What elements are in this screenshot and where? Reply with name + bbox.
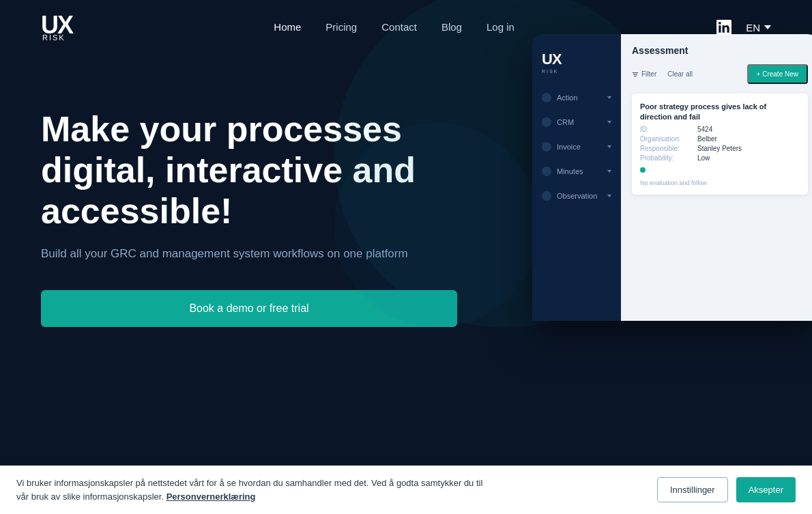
nav-right: EN <box>716 19 771 35</box>
nav-contact[interactable]: Contact <box>381 21 417 33</box>
filter-label: Filter <box>641 70 656 78</box>
mockup-nav-minutes[interactable]: Minutes <box>532 160 621 183</box>
mockup-nav-crm[interactable]: CRM <box>532 111 621 134</box>
observation-icon <box>542 191 551 201</box>
cta-button[interactable]: Book a demo or free trial <box>41 290 457 327</box>
invoice-chevron-icon <box>607 145 611 148</box>
mockup-detail-prob-row: Probability: Low <box>640 154 800 162</box>
mockup-detail-id-row: ID: 5424 <box>640 126 800 133</box>
language-label: EN <box>746 22 760 33</box>
nav-pricing-link[interactable]: Pricing <box>325 21 357 33</box>
mockup-org-value: Belber <box>697 135 717 143</box>
minutes-chevron-icon <box>607 170 611 173</box>
mockup-id-value: 5424 <box>697 126 712 133</box>
language-selector[interactable]: EN <box>746 22 771 33</box>
mockup-prob-label: Probability: <box>640 154 695 162</box>
mockup-nav-action[interactable]: Action <box>532 86 621 109</box>
hero-subtitle: Build all your GRC and management system… <box>41 245 491 263</box>
mockup-create-button[interactable]: + Create New <box>747 64 808 84</box>
mockup-clear-button[interactable]: Clear all <box>667 70 693 78</box>
nav-contact-link[interactable]: Contact <box>381 21 417 33</box>
cookie-buttons: Innstillinger Aksepter <box>657 477 796 502</box>
mockup-prob-value: Low <box>697 154 710 162</box>
mockup-id-label: ID: <box>640 126 695 133</box>
mockup-detail-resp-row: Responsible: Stanley Peters <box>640 145 800 152</box>
nav-pricing[interactable]: Pricing <box>325 21 357 33</box>
mockup-status-label: Open <box>648 167 665 174</box>
mockup-logo-risk: RISK <box>542 69 611 74</box>
mockup-nav-observation-label: Observation <box>557 192 597 200</box>
nav-blog[interactable]: Blog <box>441 21 462 33</box>
invoice-icon <box>542 142 551 152</box>
nav-links: Home Pricing Contact Blog Log in <box>274 21 514 33</box>
mockup-main-panel: Assessment Filter Clear all + Create New… <box>621 34 812 321</box>
mockup-nav-invoice[interactable]: Invoice <box>532 135 621 158</box>
cookie-settings-button[interactable]: Innstillinger <box>657 477 728 502</box>
svg-rect-2 <box>634 75 637 76</box>
action-icon <box>542 93 551 102</box>
status-dot-icon <box>640 167 646 173</box>
mockup-nav-crm-label: CRM <box>557 118 574 126</box>
mockup-detail-title: Poor strategy process gives lack of dire… <box>640 102 800 123</box>
chevron-down-icon <box>764 25 771 29</box>
nav-login-link[interactable]: Log in <box>487 21 514 33</box>
mockup-detail-org-row: Organisation: Belber <box>640 135 800 143</box>
mockup-nav-minutes-label: Minutes <box>557 167 583 175</box>
hero-title: Make your processes digital, interactive… <box>41 109 491 231</box>
mockup-nav-observation[interactable]: Observation <box>532 184 621 208</box>
observation-chevron-icon <box>607 195 611 197</box>
linkedin-icon[interactable] <box>716 19 732 35</box>
cookie-accept-button[interactable]: Aksepter <box>736 477 796 502</box>
cookie-text: Vi bruker informasjonskapsler på nettste… <box>16 476 494 503</box>
mockup-org-label: Organisation: <box>640 135 695 143</box>
mockup-filter-button[interactable]: Filter <box>632 70 656 78</box>
svg-rect-0 <box>633 72 639 72</box>
mockup-sidebar: UX RISK Action CRM Invoice <box>532 34 621 321</box>
logo[interactable]: UXRISK <box>41 13 72 42</box>
hero-content: Make your processes digital, interactive… <box>41 96 491 327</box>
hero-section: Make your processes digital, interactive… <box>0 55 812 459</box>
crm-icon <box>542 117 551 127</box>
minutes-icon <box>542 167 551 176</box>
svg-rect-1 <box>633 74 637 74</box>
mockup-nav-action-label: Action <box>557 94 578 102</box>
app-mockup: UX RISK Action CRM Invoice <box>532 34 812 321</box>
cookie-banner: Vi bruker informasjonskapsler på nettste… <box>0 466 812 514</box>
mockup-detail-card: Poor strategy process gives lack of dire… <box>632 94 808 195</box>
mockup-resp-label: Responsible: <box>640 145 695 152</box>
mockup-detail-footer: No evaluation and follow <box>640 180 800 186</box>
cookie-privacy-link[interactable]: Personvernerklæring <box>166 491 256 502</box>
mockup-resp-value: Stanley Peters <box>697 145 742 152</box>
nav-login[interactable]: Log in <box>487 21 514 33</box>
nav-home-link[interactable]: Home <box>274 21 301 33</box>
nav-blog-link[interactable]: Blog <box>441 21 462 33</box>
navbar: UXRISK Home Pricing Contact Blog Log in … <box>0 0 812 55</box>
action-chevron-icon <box>607 96 611 99</box>
nav-home[interactable]: Home <box>274 21 301 33</box>
mockup-status-badge: Open <box>640 167 665 174</box>
mockup-toolbar: Filter Clear all + Create New <box>632 64 808 84</box>
mockup-nav-invoice-label: Invoice <box>557 143 581 151</box>
crm-chevron-icon <box>607 121 611 124</box>
